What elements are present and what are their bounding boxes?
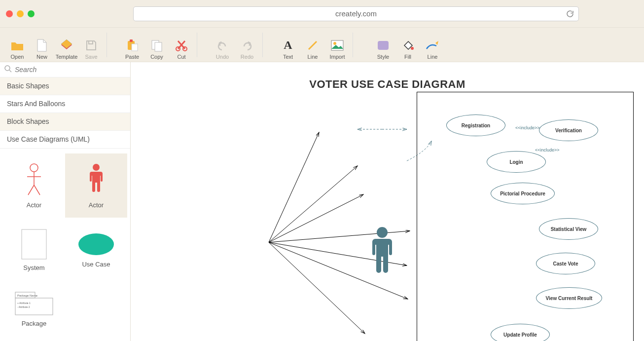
file-icon — [35, 39, 49, 52]
cut-button[interactable]: Cut — [169, 30, 194, 60]
line-button[interactable]: Line — [300, 30, 325, 60]
toolbar: Open New Template Save Paste Copy Cut Un… — [0, 28, 644, 62]
svg-line-19 — [34, 185, 40, 195]
svg-point-12 — [411, 47, 414, 50]
shape-actor-solid[interactable]: Actor — [65, 153, 127, 218]
usecase-vote[interactable]: Caste Vote — [536, 253, 595, 274]
svg-line-18 — [28, 185, 34, 195]
svg-rect-0 — [89, 41, 93, 44]
image-icon — [330, 39, 344, 52]
minimize-window-button[interactable] — [17, 10, 24, 17]
undo-icon — [215, 39, 229, 52]
shape-package[interactable]: Package Name+ Attribute 1- Attribute 2 P… — [3, 282, 65, 336]
svg-rect-2 — [130, 39, 133, 42]
svg-line-34 — [269, 242, 365, 334]
new-button[interactable]: New — [30, 30, 54, 60]
import-button[interactable]: Import — [325, 30, 350, 60]
redo-button[interactable]: Redo — [235, 30, 259, 60]
svg-rect-3 — [132, 44, 138, 51]
usecase-verification[interactable]: Verification — [539, 119, 598, 141]
redo-icon — [240, 39, 254, 52]
text-button[interactable]: A Text — [276, 30, 300, 60]
diagram-title: VOTER USE CASE DIAGRAM — [131, 78, 644, 91]
svg-rect-21 — [22, 229, 46, 259]
toolbar-separator — [262, 33, 263, 57]
category-stars-balloons[interactable]: Stars And Balloons — [0, 95, 130, 113]
toolbar-separator — [197, 33, 197, 57]
svg-text:- Attribute 2: - Attribute 2 — [17, 305, 30, 308]
svg-rect-5 — [155, 42, 162, 51]
refresh-icon[interactable] — [566, 9, 574, 20]
category-basic-shapes[interactable]: Basic Shapes — [0, 77, 130, 95]
save-icon — [84, 39, 98, 52]
category-use-case-uml[interactable]: Use Case Diagrams (UML) — [0, 131, 130, 149]
canvas[interactable]: VOTER USE CASE DIAGRAM <<include>> <<inc… — [131, 62, 644, 341]
svg-rect-11 — [378, 41, 389, 50]
include-label: <<include>> — [535, 148, 560, 152]
actor-voter[interactable] — [367, 226, 397, 282]
toolbar-separator — [353, 33, 353, 57]
svg-point-13 — [5, 66, 10, 71]
search-row — [0, 62, 130, 77]
svg-text:Package Name: Package Name — [17, 294, 38, 297]
usecase-pictorial[interactable]: Pictorial Procedure — [491, 183, 555, 204]
paste-button[interactable]: Paste — [120, 30, 144, 60]
pencil-icon — [426, 39, 439, 52]
url-text: creately.com — [335, 9, 377, 18]
text-icon: A — [281, 39, 295, 52]
sidebar: Basic Shapes Stars And Balloons Block Sh… — [0, 62, 131, 341]
style-button[interactable]: Style — [371, 30, 395, 60]
svg-line-29 — [269, 166, 358, 242]
template-button[interactable]: Template — [54, 30, 79, 60]
open-button[interactable]: Open — [5, 30, 30, 60]
url-bar[interactable]: creately.com — [133, 6, 579, 21]
fill-button[interactable]: Fill — [395, 30, 420, 60]
svg-point-10 — [333, 42, 336, 45]
window-titlebar: creately.com — [0, 0, 644, 28]
svg-line-14 — [9, 70, 11, 72]
copy-button[interactable]: Copy — [144, 30, 169, 60]
undo-button[interactable]: Undo — [210, 30, 235, 60]
copy-icon — [150, 39, 164, 52]
shape-use-case[interactable]: Use Case — [65, 218, 127, 282]
search-icon — [4, 65, 12, 74]
usecase-result[interactable]: View Current Result — [536, 287, 602, 309]
svg-point-20 — [93, 164, 100, 171]
category-block-shapes[interactable]: Block Shapes — [0, 113, 130, 131]
shape-actor-stick[interactable]: Actor — [3, 153, 65, 218]
close-window-button[interactable] — [6, 10, 13, 17]
svg-text:+ Attribute 1: + Attribute 1 — [17, 302, 31, 304]
svg-point-22 — [78, 233, 114, 255]
line-icon — [306, 39, 320, 52]
usecase-login[interactable]: Login — [487, 151, 546, 173]
folder-icon — [10, 39, 24, 52]
usecase-statistical[interactable]: Statistical View — [539, 218, 598, 240]
fill-icon — [401, 39, 415, 52]
svg-line-30 — [269, 194, 363, 242]
svg-line-8 — [309, 41, 317, 49]
svg-line-28 — [269, 132, 319, 242]
maximize-window-button[interactable] — [28, 10, 35, 17]
save-button[interactable]: Save — [79, 30, 104, 60]
svg-point-37 — [377, 227, 388, 238]
traffic-lights — [6, 10, 35, 17]
include-label: <<include>> — [515, 125, 540, 130]
svg-point-15 — [30, 164, 38, 172]
usecase-registration[interactable]: Registration — [446, 114, 505, 136]
search-input[interactable] — [12, 66, 126, 74]
shapes-grid: Actor Actor System Use Case Package Name… — [0, 149, 130, 341]
cut-icon — [175, 39, 188, 52]
paste-icon — [125, 39, 139, 52]
template-icon — [60, 39, 73, 52]
shape-system[interactable]: System — [3, 218, 65, 282]
line-style-button[interactable]: Line — [420, 30, 445, 60]
toolbar-separator — [107, 33, 107, 57]
main-area: Basic Shapes Stars And Balloons Block Sh… — [0, 62, 644, 341]
style-icon — [376, 39, 390, 52]
